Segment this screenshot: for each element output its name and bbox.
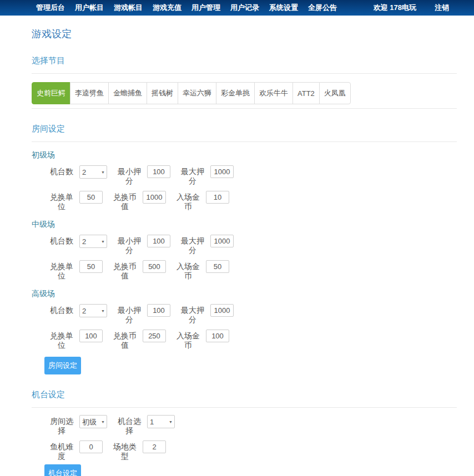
- game-tab-xingyunliushi[interactable]: 幸运六狮: [178, 82, 216, 104]
- logout-link[interactable]: 注销: [435, 3, 449, 13]
- entry-coin-label: 入场金币: [174, 330, 203, 350]
- fish-difficulty-label: 鱼机难度: [47, 440, 76, 461]
- machine-count-select[interactable]: 2: [79, 165, 107, 179]
- exchange-value-label: 兑换币值: [110, 260, 139, 281]
- machine-form-row: 鱼机难度 场地类型: [32, 440, 457, 461]
- divider: [32, 108, 457, 109]
- divider: [32, 73, 457, 74]
- main-content: 游戏设定 选择节目 史前巨鳄 李逵劈鱼 金蟾捕鱼 摇钱树 幸运六狮 彩金单挑 欢…: [32, 27, 457, 476]
- max-bet-label: 最大押分: [178, 235, 207, 255]
- min-bet-label: 最小押分: [115, 165, 144, 186]
- game-tab-yaoqianshu[interactable]: 摇钱树: [147, 82, 178, 104]
- exchange-value-input[interactable]: [143, 191, 166, 204]
- exchange-unit-input[interactable]: [79, 330, 103, 342]
- welcome-text: 欢迎 178电玩: [374, 3, 416, 13]
- entry-coin-input[interactable]: [206, 260, 229, 273]
- machine-count-select-wrap: 2: [79, 165, 107, 179]
- min-bet-input[interactable]: [147, 235, 170, 247]
- nav-user-accounts[interactable]: 用户帐目: [75, 3, 104, 13]
- machine-count-select[interactable]: 2: [79, 235, 107, 248]
- exchange-unit-label: 兑换单位: [47, 191, 76, 211]
- navbar-right: 欢迎 178电玩 注销: [374, 3, 454, 13]
- room-submit-button[interactable]: 房间设定: [44, 357, 81, 374]
- divider: [32, 141, 457, 142]
- room-group-advanced: 高级场 机台数 2 最小押分 最大押分 兑换单位 兑换币值 入场金币: [32, 289, 457, 350]
- room-form-row: 机台数 2 最小押分 最大押分: [32, 165, 457, 186]
- nav-fullscreen-announcement[interactable]: 全屏公告: [308, 3, 337, 13]
- room-group-title: 初级场: [32, 150, 457, 160]
- machine-form-row: 房间选择 初级 机台选择 1: [32, 415, 457, 436]
- room-group-title: 高级场: [32, 289, 457, 299]
- entry-coin-label: 入场金币: [174, 191, 203, 211]
- max-bet-input[interactable]: [210, 235, 234, 247]
- exchange-value-input[interactable]: [143, 330, 166, 342]
- exchange-value-input[interactable]: [143, 260, 166, 273]
- machine-count-label: 机台数: [47, 304, 76, 324]
- exchange-unit-input[interactable]: [79, 191, 103, 204]
- divider: [32, 407, 457, 408]
- machine-count-select-wrap: 2: [79, 304, 107, 317]
- room-group-beginner: 初级场 机台数 2 最小押分 最大押分 兑换单位 兑换币值 入场金币: [32, 150, 457, 211]
- room-form-row: 兑换单位 兑换币值 入场金币: [32, 191, 457, 211]
- game-tab-att2[interactable]: ATT2: [293, 82, 320, 104]
- nav-system-settings[interactable]: 系统设置: [269, 3, 298, 13]
- fish-difficulty-input[interactable]: [79, 440, 103, 453]
- entry-coin-label: 入场金币: [174, 260, 203, 281]
- exchange-unit-label: 兑换单位: [47, 260, 76, 281]
- game-tab-jinchanbuyu[interactable]: 金蟾捕鱼: [108, 82, 147, 104]
- game-tab-caijindantiao[interactable]: 彩金单挑: [216, 82, 255, 104]
- machine-select-wrap: 1: [147, 415, 175, 428]
- room-select-label: 房间选择: [47, 415, 76, 436]
- machine-submit-button[interactable]: 机台设定: [44, 464, 81, 476]
- min-bet-input[interactable]: [147, 304, 170, 317]
- room-form-row: 兑换单位 兑换币值 入场金币: [32, 330, 457, 350]
- game-tab-huanleniuniu[interactable]: 欢乐牛牛: [254, 82, 293, 104]
- machine-select[interactable]: 1: [147, 415, 175, 428]
- exchange-unit-input[interactable]: [79, 260, 103, 273]
- machine-count-label: 机台数: [47, 165, 76, 185]
- room-select-wrap: 初级: [79, 415, 107, 428]
- exchange-unit-label: 兑换单位: [47, 330, 76, 350]
- game-tab-huofenghuang[interactable]: 火凤凰: [319, 82, 351, 104]
- exchange-value-label: 兑换币值: [110, 191, 139, 211]
- min-bet-label: 最小押分: [115, 235, 144, 255]
- room-form-row: 机台数 2 最小押分 最大押分: [32, 235, 457, 255]
- min-bet-label: 最小押分: [115, 304, 144, 325]
- max-bet-input[interactable]: [210, 304, 234, 317]
- nav-user-management[interactable]: 用户管理: [191, 3, 220, 13]
- room-form-row: 兑换单位 兑换币值 入场金币: [32, 260, 457, 281]
- max-bet-label: 最大押分: [178, 165, 207, 186]
- section-room-title: 房间设定: [32, 124, 457, 134]
- entry-coin-input[interactable]: [206, 330, 229, 342]
- machine-select-label: 机台选择: [115, 415, 144, 436]
- entry-coin-input[interactable]: [206, 191, 229, 204]
- min-bet-input[interactable]: [147, 165, 170, 178]
- page-title: 游戏设定: [32, 27, 457, 40]
- field-type-label: 场地类型: [110, 440, 139, 461]
- nav-game-recharge[interactable]: 游戏充值: [153, 3, 181, 13]
- machine-count-select-wrap: 2: [79, 235, 107, 248]
- machine-count-select[interactable]: 2: [79, 304, 107, 317]
- section-machine-title: 机台设定: [32, 389, 457, 400]
- exchange-value-label: 兑换币值: [110, 330, 139, 350]
- nav-game-accounts[interactable]: 游戏帐目: [114, 3, 143, 13]
- max-bet-input[interactable]: [210, 165, 234, 178]
- game-tab-likuipiyu[interactable]: 李逵劈鱼: [70, 82, 109, 104]
- game-tab-bar: 史前巨鳄 李逵劈鱼 金蟾捕鱼 摇钱树 幸运六狮 彩金单挑 欢乐牛牛 ATT2 火…: [32, 82, 457, 104]
- field-type-input[interactable]: [143, 440, 166, 453]
- machine-count-label: 机台数: [47, 235, 76, 255]
- section-select-game-title: 选择节目: [32, 55, 457, 66]
- nav-user-records[interactable]: 用户记录: [230, 3, 259, 13]
- room-form-row: 机台数 2 最小押分 最大押分: [32, 304, 457, 325]
- room-select[interactable]: 初级: [79, 415, 107, 428]
- room-group-intermediate: 中级场 机台数 2 最小押分 最大押分 兑换单位 兑换币值 入场金币: [32, 220, 457, 281]
- game-tab-shiqianjue[interactable]: 史前巨鳄: [32, 82, 70, 104]
- top-navbar: 管理后台 用户帐目 游戏帐目 游戏充值 用户管理 用户记录 系统设置 全屏公告 …: [0, 0, 474, 16]
- room-group-title: 中级场: [32, 220, 457, 230]
- nav-admin-home[interactable]: 管理后台: [36, 3, 65, 13]
- max-bet-label: 最大押分: [178, 304, 207, 325]
